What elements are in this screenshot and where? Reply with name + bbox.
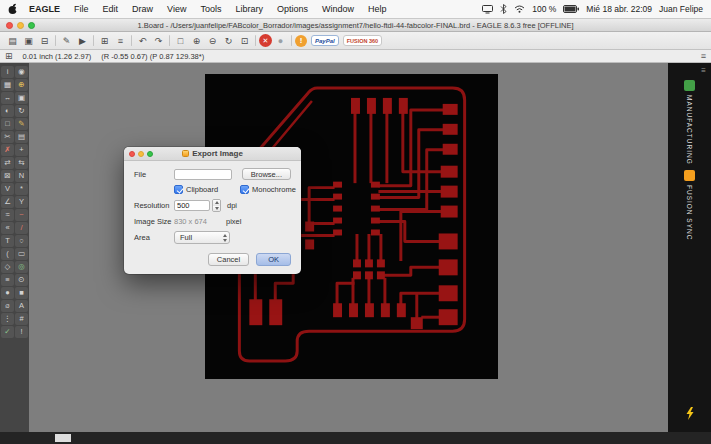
pad-tool-icon[interactable]: ● [1, 287, 14, 299]
file-input[interactable] [174, 169, 232, 180]
script-icon[interactable]: ✎ [59, 34, 74, 47]
alert-icon[interactable]: ! [295, 35, 307, 47]
ripup-tool-icon[interactable]: « [1, 222, 14, 234]
menubar-item[interactable]: File [67, 4, 96, 14]
hole-tool-icon[interactable]: ⊙ [15, 274, 28, 286]
wire-tool-icon[interactable]: / [15, 222, 28, 234]
menubar-user[interactable]: Juan Felipe [659, 4, 703, 14]
save-icon[interactable]: ▣ [21, 34, 36, 47]
zoom-fit-icon[interactable]: □ [173, 34, 188, 47]
name-tool-icon[interactable]: N [15, 170, 28, 182]
bluetooth-icon[interactable] [500, 4, 507, 14]
fusion-360-badge[interactable]: FUSION 360 [343, 35, 382, 46]
zoom-out-icon[interactable]: ⊖ [205, 34, 220, 47]
zoom-redraw-icon[interactable]: ↻ [221, 34, 236, 47]
optimize-tool-icon[interactable]: ≈ [1, 209, 14, 221]
rotate-tool-icon[interactable]: ↻ [15, 105, 28, 117]
clipboard-checkbox[interactable] [174, 185, 183, 194]
manufacturing-icon[interactable] [684, 80, 695, 91]
change-tool-icon[interactable]: ✎ [15, 118, 28, 130]
battery-icon[interactable] [563, 5, 579, 13]
lightning-icon[interactable] [685, 406, 694, 424]
mirror-tool-icon[interactable]: ◐ [1, 105, 14, 117]
area-select[interactable]: Full [174, 231, 230, 244]
text-tool-icon[interactable]: T [1, 235, 14, 247]
copy-tool-icon[interactable]: ▣ [15, 92, 28, 104]
cancel-button[interactable]: Cancel [208, 253, 249, 266]
delete-tool-icon[interactable]: ✗ [1, 144, 14, 156]
move-tool-icon[interactable]: ↔ [1, 92, 14, 104]
stop-icon[interactable]: ✕ [259, 34, 272, 47]
run-icon[interactable]: ▶ [75, 34, 90, 47]
resolution-stepper[interactable] [212, 199, 221, 212]
smash-tool-icon[interactable]: * [15, 183, 28, 195]
toolbar-menu-icon[interactable]: ≡ [701, 51, 706, 61]
menubar-item[interactable]: View [160, 4, 193, 14]
dimension-tool-icon[interactable]: ⌀ [1, 300, 14, 312]
menubar-item[interactable]: Options [270, 4, 315, 14]
signal-tool-icon[interactable]: ≡ [1, 274, 14, 286]
go-icon[interactable]: ● [273, 34, 288, 47]
drc-tool-icon[interactable]: ✓ [1, 326, 14, 338]
group-tool-icon[interactable]: □ [1, 118, 14, 130]
miter-tool-icon[interactable]: ∠ [1, 196, 14, 208]
add-tool-icon[interactable]: + [15, 144, 28, 156]
menubar-item[interactable]: Edit [96, 4, 126, 14]
array-tool-icon[interactable]: ⋮ [1, 313, 14, 325]
fusion-sync-label[interactable]: FUSION SYNC [686, 185, 693, 240]
paste-tool-icon[interactable]: ▤ [15, 131, 28, 143]
menubar-item[interactable]: Help [361, 4, 394, 14]
attribute-tool-icon[interactable]: A [15, 300, 28, 312]
print-icon[interactable]: ⊟ [37, 34, 52, 47]
browse-button[interactable]: Browse... [242, 168, 291, 180]
route-tool-icon[interactable]: ~ [15, 209, 28, 221]
circle-tool-icon[interactable]: ○ [15, 235, 28, 247]
lock-tool-icon[interactable]: ⊠ [1, 170, 14, 182]
show-tool-icon[interactable]: ◉ [15, 66, 28, 78]
smd-tool-icon[interactable]: ■ [15, 287, 28, 299]
zoom-select-icon[interactable]: ⊡ [237, 34, 252, 47]
monochrome-checkbox[interactable] [240, 185, 249, 194]
info-tool-icon[interactable]: i [1, 66, 14, 78]
fusion-sync-icon[interactable] [684, 170, 695, 181]
grid-button-icon[interactable]: ⊞ [5, 51, 13, 61]
window-minimize-button[interactable] [17, 22, 24, 29]
wifi-icon[interactable] [514, 5, 525, 13]
cut-tool-icon[interactable]: ✂ [1, 131, 14, 143]
open-icon[interactable]: ▤ [5, 34, 20, 47]
arc-tool-icon[interactable]: ( [1, 248, 14, 260]
display-tool-icon[interactable]: ▦ [1, 79, 14, 91]
layer-settings-icon[interactable]: ≡ [113, 34, 128, 47]
menubar-item[interactable]: Tools [193, 4, 228, 14]
paypal-donate-badge[interactable]: PayPal [311, 35, 339, 46]
zoom-in-icon[interactable]: ⊕ [189, 34, 204, 47]
dialog-titlebar[interactable]: Export Image [124, 147, 301, 161]
menubar-item[interactable]: Draw [125, 4, 160, 14]
display-icon[interactable] [482, 5, 493, 14]
menubar-item[interactable]: EAGLE [22, 4, 67, 14]
errors-tool-icon[interactable]: ! [15, 326, 28, 338]
split-tool-icon[interactable]: Y [15, 196, 28, 208]
apple-menu-icon[interactable] [8, 3, 18, 15]
menubar-item[interactable]: Window [315, 4, 361, 14]
pinswap-tool-icon[interactable]: ⇄ [1, 157, 14, 169]
replace-tool-icon[interactable]: ⇆ [15, 157, 28, 169]
menubar-clock[interactable]: Mié 18 abr. 22:09 [586, 4, 652, 14]
value-tool-icon[interactable]: V [1, 183, 14, 195]
window-zoom-button[interactable] [28, 22, 35, 29]
resolution-input[interactable] [174, 200, 210, 211]
rect-tool-icon[interactable]: ▭ [15, 248, 28, 260]
redo-icon[interactable]: ↷ [151, 34, 166, 47]
manufacturing-label[interactable]: MANUFACTURING [686, 95, 693, 165]
panel-menu-icon[interactable]: ≡ [701, 66, 706, 75]
undo-icon[interactable]: ↶ [135, 34, 150, 47]
ok-button[interactable]: OK [256, 253, 291, 266]
window-titlebar[interactable]: 1.Board - /Users/juanfelipe/FABcolor_Bor… [0, 19, 711, 32]
grid-icon[interactable]: ⊞ [97, 34, 112, 47]
menubar-item[interactable]: Library [228, 4, 270, 14]
mark-tool-icon[interactable]: ⊕ [15, 79, 28, 91]
ratsnest-tool-icon[interactable]: # [15, 313, 28, 325]
via-tool-icon[interactable]: ◎ [15, 261, 28, 273]
polygon-tool-icon[interactable]: ◇ [1, 261, 14, 273]
window-close-button[interactable] [6, 22, 13, 29]
